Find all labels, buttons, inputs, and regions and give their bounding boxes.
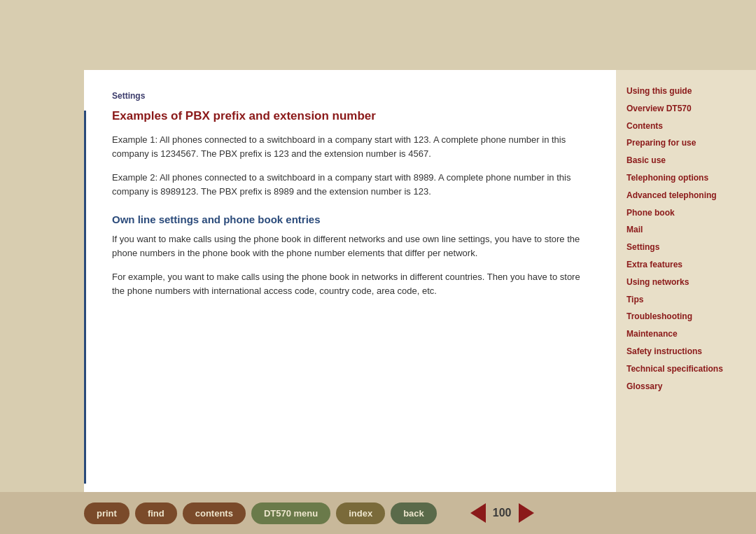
print-button[interactable]: print [84,503,130,524]
paragraph-2: Example 2: All phones connected to a swi… [112,171,588,199]
sidebar-item-advanced[interactable]: Advanced telephoning [626,188,746,203]
sub-paragraph-1: If you want to make calls using the phon… [112,232,588,260]
main-title: Examples of PBX prefix and extension num… [112,109,588,123]
sidebar-item-telephoning[interactable]: Telephoning options [626,171,746,185]
left-margin [0,70,84,492]
page-number: 100 [493,507,512,519]
back-button[interactable]: back [391,503,437,524]
index-button[interactable]: index [336,503,385,524]
sidebar-item-technical[interactable]: Technical specifications [626,362,746,377]
page-layout: Settings Examples of PBX prefix and exte… [0,0,756,534]
find-button[interactable]: find [135,503,177,524]
prev-page-arrow[interactable] [470,503,486,523]
sidebar-item-using-this-guide[interactable]: Using this guide [626,84,746,99]
toolbar: print find contents DT570 menu index bac… [0,492,756,534]
paragraph-1: Example 1: All phones connected to a swi… [112,133,588,161]
next-page-arrow[interactable] [519,503,534,523]
sidebar: Using this guide Overview DT570 Contents… [616,70,756,492]
sidebar-item-basic-use[interactable]: Basic use [626,153,746,168]
sidebar-item-phonebook[interactable]: Phone book [626,206,746,220]
sidebar-item-mail[interactable]: Mail [626,223,746,237]
sub-title: Own line settings and phone book entries [112,213,588,225]
content-area: Settings Examples of PBX prefix and exte… [84,70,616,492]
sidebar-item-settings[interactable]: Settings [626,240,746,255]
sidebar-item-networks[interactable]: Using networks [626,275,746,290]
sidebar-item-safety[interactable]: Safety instructions [626,344,746,359]
sidebar-item-glossary[interactable]: Glossary [626,379,746,394]
top-spacer [0,0,756,70]
sidebar-item-maintenance[interactable]: Maintenance [626,327,746,342]
sidebar-item-contents[interactable]: Contents [626,119,746,134]
middle-section: Settings Examples of PBX prefix and exte… [0,70,756,492]
sidebar-item-preparing[interactable]: Preparing for use [626,136,746,150]
page-navigation: 100 [470,503,534,523]
breadcrumb: Settings [112,91,588,101]
sidebar-item-overview[interactable]: Overview DT570 [626,101,746,116]
sidebar-item-troubleshooting[interactable]: Troubleshooting [626,309,746,324]
sidebar-item-extra[interactable]: Extra features [626,258,746,272]
sub-paragraph-2: For example, you want to make calls usin… [112,270,588,298]
dt570-button[interactable]: DT570 menu [251,503,330,524]
contents-button[interactable]: contents [183,503,246,524]
sidebar-item-tips[interactable]: Tips [626,293,746,307]
